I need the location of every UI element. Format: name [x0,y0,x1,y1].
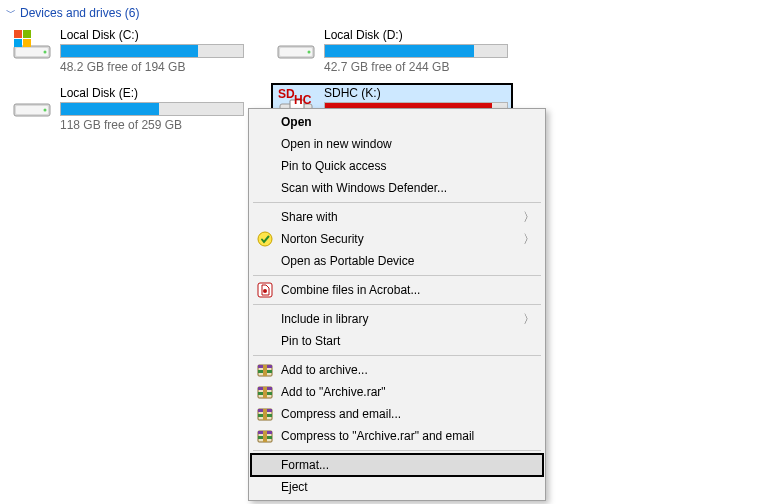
menu-separator [253,275,541,276]
drive-free-text: 118 GB free of 259 GB [60,118,244,132]
drive-item[interactable]: Local Disk (E:)118 GB free of 259 GB [8,84,248,134]
menu-item[interactable]: Norton Security〉 [251,228,543,250]
menu-item-label: Add to "Archive.rar" [281,385,386,399]
menu-separator [253,202,541,203]
drive-info: Local Disk (D:)42.7 GB free of 244 GB [324,28,508,74]
winrar-icon [257,362,273,378]
capacity-fill [61,103,159,115]
drive-label: Local Disk (E:) [60,86,244,100]
menu-item[interactable]: Open [251,111,543,133]
menu-item-label: Norton Security [281,232,364,246]
winrar-icon [257,406,273,422]
menu-item[interactable]: Pin to Quick access [251,155,543,177]
section-title: Devices and drives (6) [20,6,139,20]
menu-item[interactable]: Add to archive... [251,359,543,381]
menu-item[interactable]: Compress to "Archive.rar" and email [251,425,543,447]
menu-item-label: Eject [281,480,308,494]
capacity-bar [60,44,244,58]
menu-item[interactable]: Combine files in Acrobat... [251,279,543,301]
chevron-right-icon: 〉 [523,231,535,248]
menu-item[interactable]: Eject [251,476,543,498]
menu-item[interactable]: Add to "Archive.rar" [251,381,543,403]
menu-separator [253,450,541,451]
menu-item[interactable]: Open in new window [251,133,543,155]
menu-separator [253,304,541,305]
capacity-bar [324,44,508,58]
drive-free-text: 48.2 GB free of 194 GB [60,60,244,74]
menu-item-label: Format... [281,458,329,472]
context-menu: OpenOpen in new windowPin to Quick acces… [248,108,546,501]
menu-item-label: Compress and email... [281,407,401,421]
drive-icon [276,28,316,68]
menu-item-label: Pin to Quick access [281,159,386,173]
capacity-bar [60,102,244,116]
menu-item[interactable]: Scan with Windows Defender... [251,177,543,199]
menu-item-label: Scan with Windows Defender... [281,181,447,195]
capacity-fill [61,45,198,57]
drive-info: Local Disk (C:)48.2 GB free of 194 GB [60,28,244,74]
drive-item[interactable]: Local Disk (C:)48.2 GB free of 194 GB [8,26,248,76]
menu-item[interactable]: Pin to Start [251,330,543,352]
menu-item[interactable]: Format... [251,454,543,476]
drive-item[interactable]: Local Disk (D:)42.7 GB free of 244 GB [272,26,512,76]
menu-item-label: Compress to "Archive.rar" and email [281,429,474,443]
chevron-right-icon: 〉 [523,311,535,328]
menu-item[interactable]: Include in library〉 [251,308,543,330]
chevron-right-icon: 〉 [523,209,535,226]
menu-item-label: Open in new window [281,137,392,151]
menu-item[interactable]: Share with〉 [251,206,543,228]
menu-item[interactable]: Compress and email... [251,403,543,425]
menu-item-label: Share with [281,210,338,224]
winrar-icon [257,384,273,400]
menu-item-label: Pin to Start [281,334,340,348]
capacity-fill [325,45,474,57]
menu-item-label: Add to archive... [281,363,368,377]
section-header-devices[interactable]: ﹀ Devices and drives (6) [0,0,782,24]
menu-separator [253,355,541,356]
chevron-down-icon: ﹀ [6,8,16,18]
drive-free-text: 42.7 GB free of 244 GB [324,60,508,74]
menu-item-label: Include in library [281,312,368,326]
drive-label: Local Disk (C:) [60,28,244,42]
acrobat-icon [257,282,273,298]
menu-item-label: Combine files in Acrobat... [281,283,420,297]
menu-item[interactable]: Open as Portable Device [251,250,543,272]
drive-icon [12,86,52,126]
menu-item-label: Open [281,115,312,129]
drive-label: Local Disk (D:) [324,28,508,42]
drive-icon [12,28,52,68]
drive-label: SDHC (K:) [324,86,508,100]
drive-info: Local Disk (E:)118 GB free of 259 GB [60,86,244,132]
menu-item-label: Open as Portable Device [281,254,414,268]
norton-icon [257,231,273,247]
winrar-icon [257,428,273,444]
